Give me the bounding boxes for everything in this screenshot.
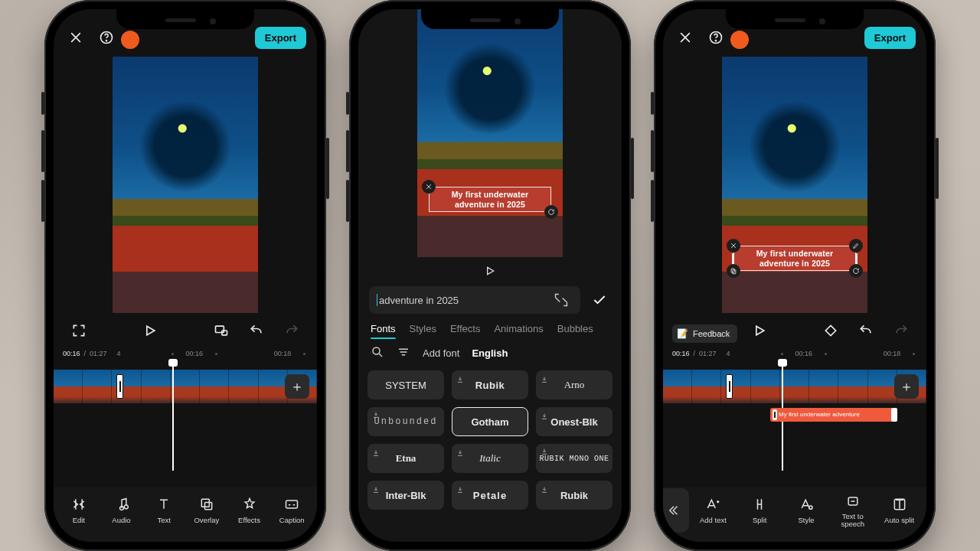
confirm-icon[interactable] [588,289,611,311]
tool-add-text[interactable]: Add text [691,497,736,524]
svg-point-1 [106,41,107,41]
video-preview[interactable]: My first underwater adventure in 2025 [722,57,867,313]
record-indicator [730,31,749,49]
pip-icon[interactable] [210,319,233,342]
video-preview[interactable] [113,57,258,313]
notch [726,9,864,29]
fullscreen-icon[interactable] [67,319,90,342]
font-rubik-2[interactable]: Rubik [536,481,612,510]
timeline[interactable]: ＋ My first underwater adventure [663,360,926,471]
video-track[interactable] [54,370,317,403]
notch [116,9,254,29]
redo-icon[interactable] [280,319,303,342]
time-scale: 00:16 / 01:27 4 00:16 00:18 [54,347,317,360]
close-icon[interactable] [674,26,697,49]
clip-handle[interactable] [116,374,123,399]
video-track[interactable] [663,370,926,403]
feedback-icon: 📝 [677,328,688,339]
download-icon [541,448,548,455]
font-gotham[interactable]: Gotham [452,407,528,436]
svg-point-9 [716,41,717,41]
playhead[interactable] [172,360,174,471]
font-arno[interactable]: Arno [536,370,612,399]
overlay-close-handle[interactable] [422,180,436,194]
font-language[interactable]: English [472,347,508,359]
export-button[interactable]: Export [864,27,916,49]
overlay-left-handle[interactable] [732,253,734,264]
search-icon[interactable] [371,345,384,361]
help-icon[interactable] [704,26,727,49]
font-onest[interactable]: Onest-Blk [536,407,612,436]
font-grid: SYSTEM Rubik Arno Unbounded Gotham Onest… [358,366,622,517]
undo-icon[interactable] [854,319,877,342]
text-input[interactable]: adventure in 2025 [369,286,580,314]
svg-point-7 [373,347,380,354]
text-overlay[interactable]: My first underwater adventure in 2025 [733,246,856,271]
play-icon[interactable] [748,319,771,342]
download-icon [541,484,548,492]
add-font-button[interactable]: Add font [423,347,459,359]
timeline[interactable]: ＋ [54,360,317,471]
play-icon[interactable] [139,319,162,342]
text-overlay[interactable]: My first underwater adventure in 2025 [429,187,551,212]
tool-captions[interactable]: Caption [271,497,312,524]
font-rubik[interactable]: Rubik [452,370,528,399]
tool-auto-split[interactable]: Auto split [877,497,922,524]
overlay-rotate-handle[interactable] [544,205,558,219]
overlay-edit-handle[interactable] [849,239,863,253]
overlay-copy-handle[interactable] [727,264,740,278]
overlay-rotate-handle[interactable] [849,264,863,278]
undo-icon[interactable] [245,319,268,342]
overlay-close-handle[interactable] [727,239,740,253]
tool-split[interactable]: Split [737,497,782,524]
download-icon [372,411,380,419]
tab-effects[interactable]: Effects [450,323,481,334]
tool-text-to-speech[interactable]: Text to speech [830,494,875,528]
font-petale[interactable]: Petale [452,481,528,510]
text-clip-right-handle[interactable] [891,408,897,422]
text-tabs: Fonts Styles Effects Animations Bubbles [358,318,622,337]
font-etna[interactable]: Etna [368,444,444,473]
help-icon[interactable] [95,26,118,49]
tool-style[interactable]: Style [784,497,829,524]
toolbar-back[interactable] [663,488,689,533]
expand-icon[interactable] [550,289,573,311]
feedback-button[interactable]: 📝 Feedback [672,324,737,343]
add-media-button[interactable]: ＋ [894,374,919,399]
add-media-button[interactable]: ＋ [285,374,309,399]
time-scale: 00:16 / 01:27 4 00:16 00:18 [663,347,926,360]
notch [421,9,559,29]
tool-overlay[interactable]: Overlay [186,497,227,524]
record-indicator [121,31,139,49]
text-track-clip[interactable]: My first underwater adventure [770,408,893,422]
download-icon [372,484,380,492]
keyframe-icon[interactable] [819,319,842,342]
play-icon[interactable] [358,259,622,282]
tab-styles[interactable]: Styles [410,323,436,334]
font-inter[interactable]: Inter-Blk [368,481,444,510]
font-italic[interactable]: Italic [452,444,528,473]
download-icon [372,448,380,455]
download-icon [456,484,464,492]
export-button[interactable]: Export [255,27,306,49]
bottom-toolbar: Add text Split Style Text to speech Auto… [663,487,926,542]
clip-handle[interactable] [726,374,733,399]
filter-icon[interactable] [397,345,410,361]
close-icon[interactable] [64,26,87,49]
download-icon [541,374,548,382]
tool-text[interactable]: Text [143,497,185,524]
download-icon [541,411,548,419]
font-unbounded[interactable]: Unbounded [368,407,444,436]
tab-fonts[interactable]: Fonts [371,323,396,334]
tab-bubbles[interactable]: Bubbles [557,323,593,334]
video-preview[interactable]: My first underwater adventure in 2025 [417,9,563,257]
tool-edit[interactable]: Edit [58,497,100,524]
overlay-right-handle[interactable] [855,253,858,264]
svg-rect-4 [201,499,209,507]
tab-animations[interactable]: Animations [494,323,543,334]
tool-audio[interactable]: Audio [101,497,142,524]
redo-icon[interactable] [890,319,913,342]
font-system[interactable]: SYSTEM [368,370,444,399]
font-rubik-mono[interactable]: RUBIK MONO ONE [536,444,612,473]
tool-effects[interactable]: Effects [229,497,270,524]
